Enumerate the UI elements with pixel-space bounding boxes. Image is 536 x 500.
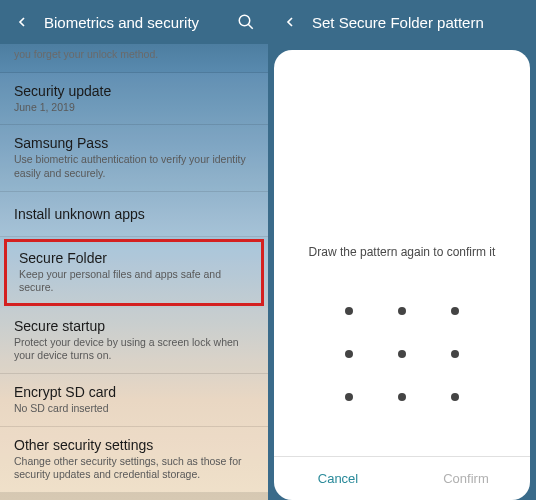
pattern-instruction: Draw the pattern again to confirm it (274, 245, 530, 259)
pattern-panel: Draw the pattern again to confirm it Can… (274, 50, 530, 500)
list-item-other-security[interactable]: Other security settings Change other sec… (0, 427, 268, 493)
pattern-dot[interactable] (345, 307, 353, 315)
item-title: Other security settings (14, 437, 254, 453)
item-title: Secure startup (14, 318, 254, 334)
header-title-left: Biometrics and security (44, 14, 236, 31)
item-sub: Protect your device by using a screen lo… (14, 336, 254, 363)
header-left: Biometrics and security (0, 0, 268, 44)
confirm-button: Confirm (402, 457, 530, 500)
list-item-secure-folder[interactable]: Secure Folder Keep your personal files a… (4, 239, 264, 306)
settings-list: you forget your unlock method. Security … (0, 44, 268, 500)
pattern-dot[interactable] (398, 350, 406, 358)
list-item-encrypt-sd[interactable]: Encrypt SD card No SD card inserted (0, 374, 268, 427)
item-sub: Change other security settings, such as … (14, 455, 254, 482)
item-sub: Use biometric authentication to verify y… (14, 153, 254, 180)
list-item-install-unknown[interactable]: Install unknown apps (0, 192, 268, 237)
item-title: Install unknown apps (14, 202, 254, 226)
pattern-dot[interactable] (398, 307, 406, 315)
item-sub: you forget your unlock method. (14, 48, 254, 62)
pattern-footer: Cancel Confirm (274, 456, 530, 500)
item-sub: No SD card inserted (14, 402, 254, 416)
item-title: Secure Folder (19, 250, 249, 266)
svg-point-0 (239, 15, 250, 26)
pattern-dot[interactable] (398, 393, 406, 401)
settings-screen: Biometrics and security you forget your … (0, 0, 268, 500)
item-sub: Keep your personal files and apps safe a… (19, 268, 249, 295)
pattern-grid[interactable] (322, 289, 482, 419)
header-title-right: Set Secure Folder pattern (312, 14, 524, 31)
svg-line-1 (248, 24, 253, 29)
pattern-dot[interactable] (345, 350, 353, 358)
item-title: Samsung Pass (14, 135, 254, 151)
pattern-screen: Set Secure Folder pattern Draw the patte… (268, 0, 536, 500)
list-item-secure-startup[interactable]: Secure startup Protect your device by us… (0, 308, 268, 374)
section-label-privacy: Privacy (0, 493, 268, 500)
search-icon[interactable] (236, 12, 256, 32)
pattern-dot[interactable] (451, 350, 459, 358)
back-icon[interactable] (12, 12, 32, 32)
back-icon[interactable] (280, 12, 300, 32)
item-sub: June 1, 2019 (14, 101, 254, 115)
list-item-samsung-pass[interactable]: Samsung Pass Use biometric authenticatio… (0, 125, 268, 191)
item-title: Encrypt SD card (14, 384, 254, 400)
list-item-fragment[interactable]: you forget your unlock method. (0, 44, 268, 73)
item-title: Security update (14, 83, 254, 99)
pattern-dot[interactable] (451, 393, 459, 401)
pattern-dot[interactable] (345, 393, 353, 401)
pattern-dot[interactable] (451, 307, 459, 315)
header-right: Set Secure Folder pattern (268, 0, 536, 44)
list-item-security-update[interactable]: Security update June 1, 2019 (0, 73, 268, 126)
cancel-button[interactable]: Cancel (274, 457, 402, 500)
